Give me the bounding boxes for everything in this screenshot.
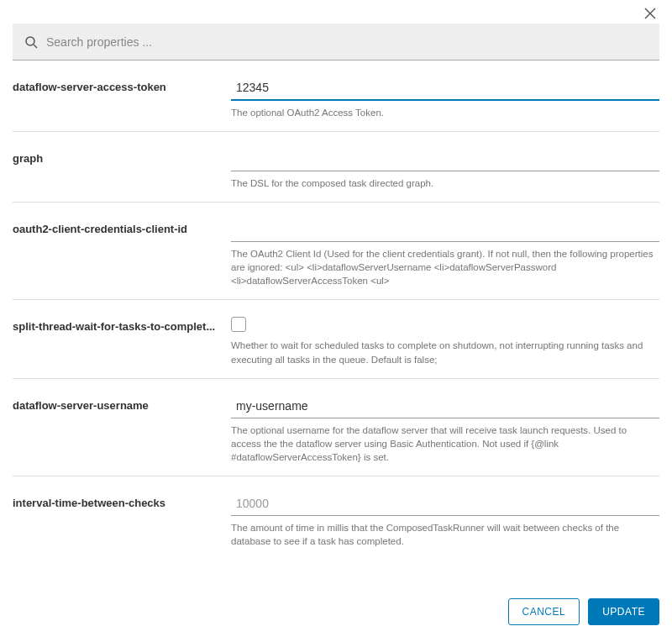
property-label: graph — [13, 149, 231, 190]
property-row: oauth2-client-credentials-client-idThe O… — [13, 203, 659, 300]
property-description: The OAuth2 Client Id (Used for the clien… — [231, 247, 659, 287]
property-input[interactable] — [231, 219, 659, 242]
property-label: dataflow-server-access-token — [13, 77, 231, 119]
search-input[interactable] — [46, 35, 648, 49]
property-row: dataflow-server-access-tokenThe optional… — [13, 61, 659, 132]
property-description: The DSL for the composed task directed g… — [231, 176, 659, 190]
svg-point-2 — [26, 37, 34, 45]
property-field: The OAuth2 Client Id (Used for the clien… — [231, 219, 659, 287]
property-description: The optional OAuth2 Access Token. — [231, 106, 659, 119]
property-checkbox[interactable] — [231, 317, 246, 332]
property-input[interactable] — [231, 396, 659, 418]
property-input[interactable] — [231, 77, 659, 101]
property-label: oauth2-client-credentials-client-id — [13, 219, 231, 287]
property-field: Whether to wait for scheduled tasks to c… — [231, 317, 659, 366]
property-field: The amount of time in millis that the Co… — [231, 493, 659, 548]
property-row: interval-time-between-checksThe amount o… — [13, 476, 659, 560]
property-field: The optional OAuth2 Access Token. — [231, 77, 659, 119]
properties-list: dataflow-server-access-tokenThe optional… — [0, 61, 672, 560]
close-icon — [643, 10, 657, 23]
property-label: interval-time-between-checks — [13, 493, 231, 548]
property-row: graphThe DSL for the composed task direc… — [13, 132, 659, 203]
property-input[interactable] — [231, 493, 659, 516]
dialog-footer: CANCEL UPDATE — [508, 598, 659, 625]
search-bar — [13, 24, 659, 61]
property-label: split-thread-wait-for-tasks-to-complet..… — [13, 317, 231, 366]
search-icon — [24, 35, 38, 49]
property-field: The DSL for the composed task directed g… — [231, 149, 659, 190]
property-description: Whether to wait for scheduled tasks to c… — [231, 339, 659, 366]
cancel-button[interactable]: CANCEL — [508, 598, 580, 625]
property-row: split-thread-wait-for-tasks-to-complet..… — [13, 300, 659, 378]
property-description: The optional username for the dataflow s… — [231, 424, 659, 464]
update-button[interactable]: UPDATE — [588, 598, 659, 625]
property-field: The optional username for the dataflow s… — [231, 396, 659, 464]
property-input[interactable] — [231, 149, 659, 171]
property-description: The amount of time in millis that the Co… — [231, 521, 659, 548]
svg-line-3 — [34, 45, 37, 48]
close-button[interactable] — [643, 7, 660, 24]
property-row: dataflow-server-usernameThe optional use… — [13, 379, 659, 476]
property-label: dataflow-server-username — [13, 396, 231, 464]
